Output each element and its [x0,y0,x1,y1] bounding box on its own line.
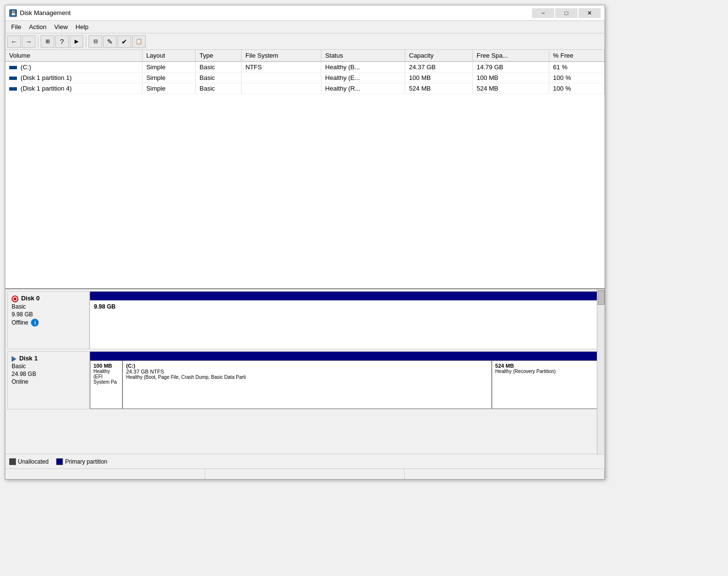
cell-volume: (C:) [5,62,142,73]
cell-type: Basic [196,73,242,83]
window-title: Disk Management [20,9,532,16]
cell-volume: (Disk 1 partition 1) [5,73,142,83]
volume-icon [9,66,17,69]
close-button[interactable]: ✕ [578,8,601,18]
status-segment-1 [5,469,205,479]
menu-help[interactable]: Help [72,22,92,31]
disk0-type: Basic [12,303,85,310]
col-percentfree[interactable]: % Free [549,50,604,62]
cell-filesystem [242,73,321,83]
col-freespace[interactable]: Free Spa... [472,50,549,62]
minimize-button[interactable]: − [532,8,554,18]
menu-view[interactable]: View [50,22,72,31]
cell-capacity: 24.37 GB [405,62,473,73]
disk1-partitions: 100 MB Healthy (EFI System Pa (C:) 24.37… [90,360,602,409]
legend-unalloc-box [9,458,16,465]
disk0-info: Disk 0 Basic 9.98 GB Offline i [7,291,90,349]
view-button[interactable]: ⊞ [41,35,54,48]
disk1-partition-3[interactable]: 524 MB Healthy (Recovery Partition) [492,360,602,409]
disk1-info: Disk 1 Basic 24.98 GB Online [7,351,90,409]
cell-type: Basic [196,83,242,94]
main-content: Volume Layout Type File System Status Ca… [5,50,605,468]
edit-button[interactable]: ✎ [103,35,117,48]
cell-filesystem: NTFS [242,62,321,73]
toolbar-sep-1 [38,36,38,47]
legend-primary-label: Primary partition [65,458,107,465]
disk1-partition-1[interactable]: 100 MB Healthy (EFI System Pa [90,360,122,409]
disk1-p2-size: 24.37 GB NTFS [126,369,488,374]
volume-table: Volume Layout Type File System Status Ca… [5,50,605,94]
disk0-row: Disk 0 Basic 9.98 GB Offline i 9.98 GB [7,291,603,349]
table-row[interactable]: (Disk 1 partition 1) Simple Basic Health… [5,73,605,83]
disk0-size: 9.98 GB [12,311,85,318]
status-bar [5,468,605,479]
menu-action[interactable]: Action [25,22,50,31]
disk0-status-icon [12,296,18,302]
disk0-info-icon: i [31,319,39,327]
disk1-header-bar [90,352,602,360]
disk1-p1-status: Healthy (EFI System Pa [93,369,119,385]
disk-panel-area: Disk 0 Basic 9.98 GB Offline i 9.98 GB [5,289,605,454]
remove-button[interactable]: ⊟ [89,35,102,48]
cell-percentfree: 100 % [549,83,604,94]
help-button[interactable]: ? [55,35,69,48]
disk1-partition-area: 100 MB Healthy (EFI System Pa (C:) 24.37… [90,351,603,409]
disk1-size: 24.98 GB [12,371,85,377]
disk0-partition-area: 9.98 GB [90,291,603,349]
disk1-p1-size: 100 MB [93,363,119,369]
maximize-button[interactable]: □ [555,8,577,18]
disk1-name: Disk 1 [12,355,85,362]
disk1-p3-status: Healthy (Recovery Partition) [495,369,599,374]
chart-button[interactable]: 📋 [132,35,146,48]
legend-primary-box [56,458,63,465]
disk0-partition-block[interactable]: 9.98 GB [90,300,602,349]
cell-layout: Simple [142,83,196,94]
disk-scroll-container[interactable]: Disk 0 Basic 9.98 GB Offline i 9.98 GB [5,289,605,454]
disk1-type: Basic [12,363,85,370]
disk0-name: Disk 0 [12,295,85,302]
toolbar-sep-2 [86,36,86,47]
disk0-header-bar [90,292,602,300]
table-row[interactable]: (C:) Simple Basic NTFS Healthy (B... 24.… [5,62,605,73]
col-volume[interactable]: Volume [5,50,142,62]
window-controls: − □ ✕ [532,8,601,18]
cell-freespace: 100 MB [472,73,549,83]
disk1-name-label: Disk 1 [19,355,38,362]
volume-icon [9,77,17,80]
table-row[interactable]: (Disk 1 partition 4) Simple Basic Health… [5,83,605,94]
scroll-thumb[interactable] [598,290,605,305]
toolbar: ← → ⊞ ? ▶ ⊟ ✎ ✔ 📋 [5,33,605,50]
legend-unalloc-label: Unallocated [18,458,48,465]
disk1-status: Online [12,378,85,385]
cell-freespace: 14.79 GB [472,62,549,73]
check-button[interactable]: ✔ [118,35,131,48]
table-header-row: Volume Layout Type File System Status Ca… [5,50,605,62]
col-layout[interactable]: Layout [142,50,196,62]
forward-button[interactable]: → [22,35,35,48]
disk1-partition-2[interactable]: (C:) 24.37 GB NTFS Healthy (Boot, Page F… [122,360,492,409]
cell-capacity: 100 MB [405,73,473,83]
play-button[interactable]: ▶ [70,35,83,48]
disk1-arrow-icon [12,356,16,362]
disk1-p3-size: 524 MB [495,363,599,369]
app-icon: 💾 [9,9,17,17]
disk-management-window: 💾 Disk Management − □ ✕ File Action View… [5,5,605,480]
disk0-status-row: Offline i [12,319,85,327]
volume-table-area[interactable]: Volume Layout Type File System Status Ca… [5,50,605,289]
cell-volume: (Disk 1 partition 4) [5,83,142,94]
col-capacity[interactable]: Capacity [405,50,473,62]
col-type[interactable]: Type [196,50,242,62]
legend-primary: Primary partition [56,458,107,465]
back-button[interactable]: ← [7,35,21,48]
volume-icon [9,87,17,91]
cell-percentfree: 100 % [549,73,604,83]
menu-file[interactable]: File [7,22,25,31]
cell-filesystem [242,83,321,94]
cell-freespace: 524 MB [472,83,549,94]
cell-status: Healthy (B... [321,62,405,73]
status-segment-2 [205,469,405,479]
legend-unalloc: Unallocated [9,458,48,465]
col-status[interactable]: Status [321,50,405,62]
scroll-track[interactable] [597,289,605,454]
col-filesystem[interactable]: File System [242,50,321,62]
